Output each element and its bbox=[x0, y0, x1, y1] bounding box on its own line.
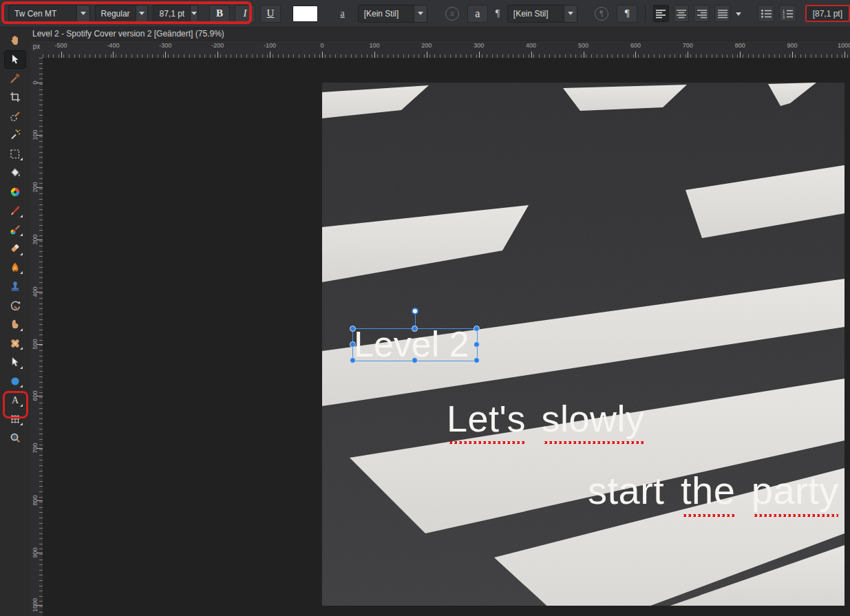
handle-top-right[interactable] bbox=[474, 326, 480, 332]
bullet-list-button[interactable] bbox=[758, 5, 774, 22]
bold-button[interactable]: B bbox=[209, 5, 230, 23]
handle-mid-right[interactable] bbox=[474, 341, 480, 348]
canvas-viewport[interactable]: Level 2Let'sslowlystarttheparty bbox=[43, 58, 850, 616]
show-paragraph-button[interactable]: ¶ bbox=[617, 5, 637, 23]
undo-brush-tool-icon bbox=[9, 299, 21, 312]
flyout-indicator-icon bbox=[20, 215, 23, 217]
ruler-tick bbox=[792, 52, 793, 58]
font-family-select[interactable]: Tw Cen MT bbox=[8, 5, 90, 23]
ruler-tick bbox=[36, 83, 43, 83]
color-picker-tool-icon bbox=[9, 72, 21, 85]
node-tool[interactable] bbox=[0, 353, 30, 372]
flood-fill-tool[interactable] bbox=[0, 164, 30, 183]
text-tool[interactable]: A bbox=[0, 391, 30, 410]
ruler-tick bbox=[36, 344, 43, 345]
paragraph-style-select[interactable]: [Kein Stil] bbox=[507, 5, 577, 23]
document-tab[interactable]: Level 2 - Spotify Cover version 2 [Geänd… bbox=[0, 28, 850, 41]
flood-fill-tool-icon bbox=[9, 167, 21, 179]
ruler-tick bbox=[688, 52, 688, 58]
ruler-tick bbox=[36, 605, 43, 606]
handle-bottom-left[interactable] bbox=[350, 357, 356, 363]
selection-brush-tool[interactable] bbox=[0, 107, 30, 126]
ruler-label: 300 bbox=[464, 42, 494, 49]
erase-brush-tool[interactable] bbox=[0, 240, 30, 259]
gradient-tool-icon bbox=[9, 186, 21, 198]
flood-select-tool[interactable] bbox=[0, 126, 30, 145]
ruler-label: -200 bbox=[202, 42, 233, 49]
character-style-select[interactable]: [Kein Stil] bbox=[358, 5, 428, 23]
handle-top-center[interactable] bbox=[412, 326, 418, 332]
smudge-tool[interactable] bbox=[0, 315, 30, 334]
align-center-button[interactable] bbox=[674, 5, 690, 22]
view-tool[interactable] bbox=[0, 31, 30, 50]
font-style-select[interactable]: Regular bbox=[95, 5, 149, 23]
update-paragraph-style-button[interactable]: ¶ bbox=[591, 5, 612, 23]
flyout-indicator-icon bbox=[20, 158, 23, 160]
paint-brush-tool[interactable] bbox=[0, 202, 30, 221]
flyout-indicator-icon bbox=[20, 271, 23, 274]
chevron-down-icon[interactable] bbox=[136, 6, 148, 22]
clone-stamp-tool[interactable] bbox=[0, 277, 30, 297]
align-right-button[interactable] bbox=[694, 5, 710, 22]
crop-tool[interactable] bbox=[0, 88, 30, 107]
mesh-warp-tool[interactable] bbox=[0, 410, 30, 429]
ruler-tick bbox=[36, 135, 43, 136]
ruler-label: 0 bbox=[307, 42, 337, 49]
ruler-label: 200 bbox=[412, 42, 442, 49]
ruler-tick bbox=[635, 52, 636, 58]
move-tool[interactable] bbox=[0, 50, 30, 70]
marquee-tool[interactable] bbox=[0, 145, 30, 164]
chevron-down-icon[interactable] bbox=[190, 6, 197, 22]
ruler-label: 1000 bbox=[829, 42, 850, 49]
selection-bounding-box[interactable] bbox=[352, 328, 478, 361]
align-left-button[interactable] bbox=[653, 5, 669, 22]
italic-button[interactable]: I bbox=[235, 5, 255, 23]
dodge-burn-tool[interactable] bbox=[0, 258, 30, 277]
artistic-text-lets[interactable]: Let'sslowly bbox=[447, 398, 645, 439]
selection-brush-tool-icon bbox=[9, 110, 21, 123]
chevron-down-icon[interactable] bbox=[414, 6, 427, 22]
color-picker-tool[interactable] bbox=[0, 69, 30, 88]
ruler-label: 600 bbox=[620, 42, 650, 49]
rotation-handle[interactable] bbox=[412, 308, 418, 315]
flyout-indicator-icon bbox=[20, 328, 23, 331]
crosswalk-photo[interactable]: Level 2Let'sslowlystarttheparty bbox=[322, 83, 844, 606]
colour-replacement-brush-tool[interactable] bbox=[0, 220, 30, 240]
healing-brush-tool[interactable] bbox=[0, 334, 30, 353]
handle-top-left[interactable] bbox=[350, 326, 356, 332]
numbered-list-button[interactable]: 123 bbox=[779, 5, 796, 22]
undo-brush-tool[interactable] bbox=[0, 296, 30, 315]
svg-text:3: 3 bbox=[783, 14, 785, 19]
font-size-select[interactable]: 87,1 pt bbox=[153, 5, 198, 23]
chevron-down-icon[interactable] bbox=[76, 6, 89, 22]
zoom-tool[interactable] bbox=[0, 429, 30, 448]
update-character-style-button[interactable]: a bbox=[442, 5, 463, 23]
paragraph-marker-icon: ¶ bbox=[493, 5, 502, 23]
toolbar-separator bbox=[645, 6, 646, 22]
ruler-label: 800 bbox=[725, 42, 755, 49]
alignment-more-icon[interactable] bbox=[736, 12, 741, 19]
ruler-label: 700 bbox=[672, 42, 703, 49]
ellipse-tool[interactable] bbox=[0, 372, 30, 391]
ruler-tick bbox=[36, 240, 43, 240]
handle-mid-left[interactable] bbox=[350, 341, 356, 348]
text-color-swatch[interactable] bbox=[293, 6, 318, 22]
ruler-label: -300 bbox=[150, 42, 180, 49]
vertical-ruler[interactable]: 01002003004005006007008009001000 bbox=[30, 58, 43, 616]
chevron-down-icon[interactable] bbox=[564, 6, 577, 22]
misspelled-word: Let's bbox=[447, 398, 526, 439]
zoom-tool-icon bbox=[9, 432, 21, 444]
artistic-text-party[interactable]: starttheparty bbox=[588, 469, 839, 512]
underline-button[interactable]: U bbox=[260, 5, 281, 23]
crop-tool-icon bbox=[9, 91, 21, 103]
ruler-label: 900 bbox=[777, 42, 807, 49]
gradient-tool[interactable] bbox=[0, 182, 30, 202]
align-justify-button[interactable] bbox=[714, 5, 730, 22]
ruler-unit[interactable]: px bbox=[30, 41, 43, 58]
handle-bottom-right[interactable] bbox=[474, 357, 480, 363]
horizontal-ruler[interactable]: -500-400-300-200-10001002003004005006007… bbox=[43, 41, 850, 58]
handle-bottom-center[interactable] bbox=[412, 357, 418, 363]
flyout-indicator-icon bbox=[20, 404, 23, 407]
leading-field[interactable]: [87,1 pt] bbox=[805, 5, 850, 22]
edit-character-style-button[interactable]: a bbox=[467, 5, 488, 23]
